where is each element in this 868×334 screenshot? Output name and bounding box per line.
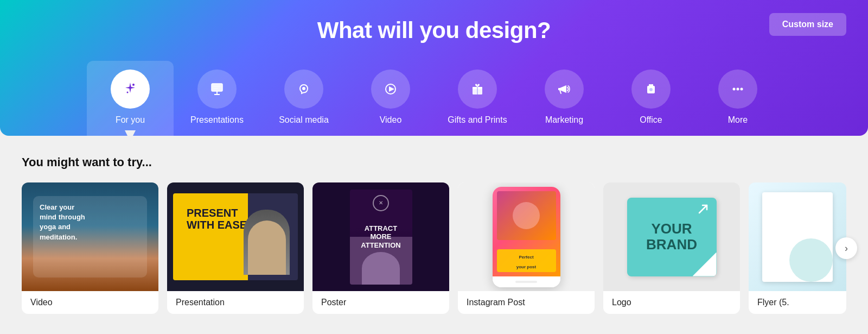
gifts-icon: [458, 70, 497, 109]
svg-marker-9: [389, 86, 394, 92]
video-label: Video: [380, 115, 402, 125]
social-media-label: Social media: [279, 115, 329, 125]
office-icon: [631, 70, 671, 109]
cards-wrapper: Clear yourmind throughyoga andmeditation…: [22, 182, 846, 314]
nav-item-social-media[interactable]: Social media: [260, 61, 347, 136]
social-media-icon: [284, 70, 323, 109]
marketing-label: Marketing: [545, 115, 583, 125]
page-title: What will you design?: [22, 17, 846, 43]
card-flyer[interactable]: Flyer (5.: [749, 182, 846, 314]
nav-item-marketing[interactable]: Marketing: [521, 61, 608, 136]
main-content: You might want to try... Clear yourmind …: [0, 136, 868, 334]
cards-row: Clear yourmind throughyoga andmeditation…: [22, 182, 846, 314]
svg-rect-2: [212, 84, 222, 91]
card-logo-label: Logo: [603, 291, 740, 314]
for-you-label: For you: [116, 115, 145, 125]
category-nav: For you Presentations: [22, 61, 846, 136]
scroll-next-button[interactable]: ›: [835, 237, 857, 259]
presentations-label: Presentations: [190, 115, 244, 125]
custom-size-button[interactable]: Custom size: [769, 13, 846, 36]
card-instagram-label: Instagram Post: [458, 291, 595, 314]
card-video-image: Clear yourmind throughyoga andmeditation…: [22, 182, 158, 291]
video-icon: [371, 70, 410, 109]
nav-item-for-you[interactable]: For you: [87, 61, 174, 136]
nav-item-presentations[interactable]: Presentations: [174, 61, 260, 136]
card-presentation-label: Presentation: [167, 291, 304, 314]
svg-rect-16: [651, 84, 653, 87]
svg-rect-6: [213, 86, 221, 87]
svg-rect-7: [213, 88, 218, 89]
card-video[interactable]: Clear yourmind throughyoga andmeditation…: [22, 182, 158, 314]
card-poster-label: Poster: [312, 291, 449, 314]
more-label: More: [728, 115, 748, 125]
card-presentation-image: PRESENTWITH EASE: [167, 182, 304, 291]
nav-item-video[interactable]: Video: [347, 61, 434, 136]
nav-item-more[interactable]: More: [694, 61, 781, 136]
svg-point-20: [741, 88, 743, 91]
card-flyer-image: [749, 182, 846, 291]
gifts-label: Gifts and Prints: [448, 115, 507, 125]
nav-item-gifts-and-prints[interactable]: Gifts and Prints: [434, 61, 521, 136]
svg-point-18: [733, 88, 736, 91]
marketing-icon: [545, 70, 584, 109]
header-banner: What will you design? Custom size For yo…: [0, 0, 868, 136]
presentations-icon: [197, 70, 237, 109]
svg-point-19: [737, 88, 739, 91]
card-logo-image: YOURBRAND: [603, 182, 740, 291]
more-icon: [718, 70, 757, 109]
svg-point-0: [132, 84, 135, 86]
svg-line-21: [699, 205, 707, 213]
card-logo[interactable]: YOURBRAND Logo: [603, 182, 740, 314]
for-you-icon: [111, 70, 150, 109]
card-instagram-image: Perfectyour post: [458, 182, 595, 291]
card-flyer-label: Flyer (5.: [749, 291, 846, 314]
card-poster-image: ATTRACTMOREATTENTION ✕: [312, 182, 449, 291]
section-title: You might want to try...: [22, 155, 846, 169]
nav-item-office[interactable]: Office: [608, 61, 694, 136]
card-presentation[interactable]: PRESENTWITH EASE Presentation: [167, 182, 304, 314]
card-video-label: Video: [22, 291, 158, 314]
office-label: Office: [640, 115, 662, 125]
card-poster[interactable]: ATTRACTMOREATTENTION ✕ Poster: [312, 182, 449, 314]
svg-rect-15: [649, 84, 651, 87]
svg-point-1: [127, 92, 129, 93]
card-instagram[interactable]: Perfectyour post Instagram Post: [458, 182, 595, 314]
svg-point-17: [649, 88, 653, 91]
